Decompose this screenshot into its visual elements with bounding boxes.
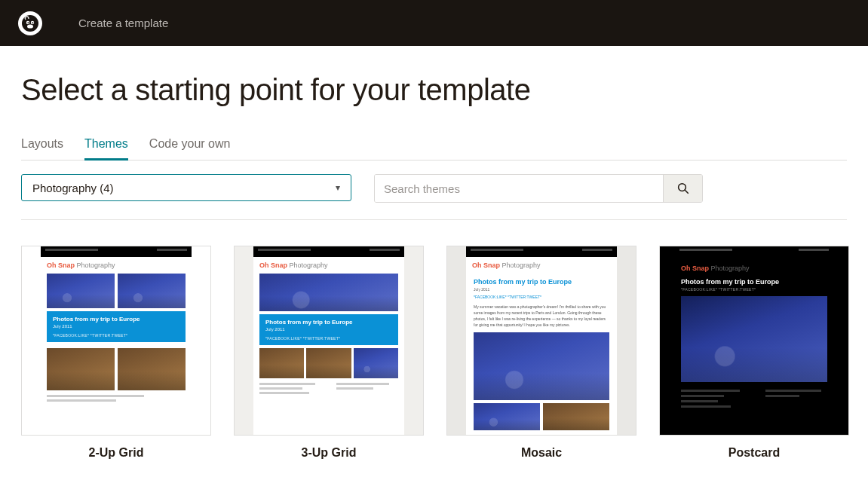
- brand-logo[interactable]: [18, 11, 42, 35]
- svg-point-5: [27, 24, 33, 28]
- template-name: 3-Up Grid: [234, 446, 424, 460]
- search-button[interactable]: [663, 175, 702, 202]
- template-thumbnail: Oh Snap Photography Photos from my trip …: [659, 246, 849, 436]
- page-title: Select a starting point for your templat…: [21, 73, 847, 107]
- template-card-3-up-grid[interactable]: Oh Snap Photography Photos from my trip …: [234, 246, 424, 460]
- chevron-down-icon: ▾: [336, 182, 340, 193]
- top-navbar: Create a template: [0, 0, 868, 46]
- tab-code-your-own[interactable]: Code your own: [149, 134, 231, 161]
- category-dropdown-value: Photography (4): [32, 182, 114, 194]
- template-thumbnail: Oh Snap Photography Photos from my trip …: [21, 246, 211, 436]
- template-thumbnail: Oh Snap Photography Photos from my trip …: [446, 246, 636, 436]
- search-input[interactable]: [375, 175, 663, 202]
- template-card-postcard[interactable]: Oh Snap Photography Photos from my trip …: [659, 246, 849, 460]
- template-card-2-up-grid[interactable]: Oh Snap Photography Photos from my trip …: [21, 246, 211, 460]
- monkey-icon: [21, 14, 39, 32]
- svg-point-6: [678, 184, 686, 191]
- template-card-mosaic[interactable]: Oh Snap Photography Photos from my trip …: [446, 246, 636, 460]
- template-tabs: Layouts Themes Code your own: [21, 134, 847, 161]
- template-name: Mosaic: [446, 446, 636, 460]
- template-name: 2-Up Grid: [21, 446, 211, 460]
- svg-line-7: [685, 190, 689, 194]
- template-name: Postcard: [659, 446, 849, 460]
- template-thumbnail: Oh Snap Photography Photos from my trip …: [234, 246, 424, 436]
- svg-point-4: [32, 22, 33, 23]
- svg-point-0: [22, 15, 38, 32]
- tab-layouts[interactable]: Layouts: [21, 134, 63, 161]
- search-field-wrapper: [374, 174, 703, 203]
- template-grid: Oh Snap Photography Photos from my trip …: [21, 246, 847, 460]
- search-icon: [676, 182, 690, 195]
- svg-point-3: [27, 22, 29, 23]
- category-dropdown[interactable]: Photography (4) ▾: [21, 174, 351, 201]
- tab-themes[interactable]: Themes: [84, 134, 128, 161]
- breadcrumb: Create a template: [78, 17, 168, 29]
